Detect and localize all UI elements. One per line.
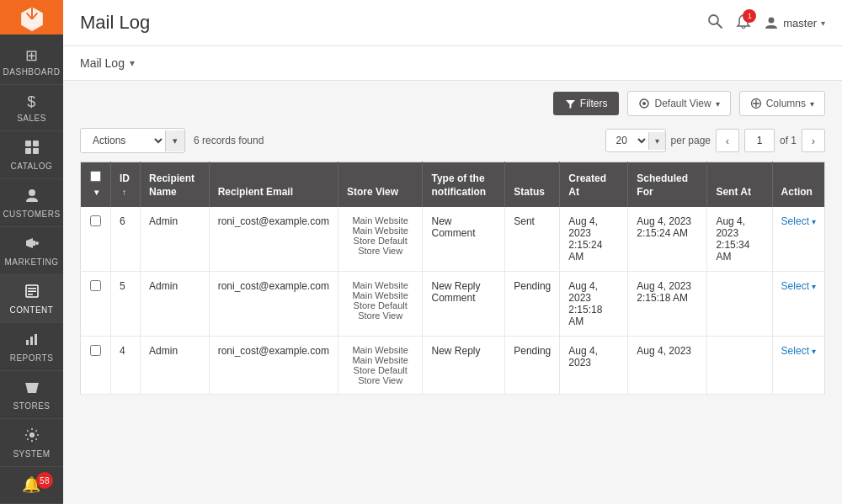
sidebar-logo[interactable] — [0, 0, 63, 34]
svg-point-4 — [29, 189, 35, 196]
svg-rect-14 — [30, 388, 34, 393]
action-arrow-icon: ▾ — [812, 217, 816, 226]
th-check: ▾ — [81, 162, 111, 208]
sidebar-item-label: CATALOG — [11, 162, 53, 172]
actions-left: Actions ▾ 6 records found — [80, 128, 264, 153]
actions-dropdown-arrow[interactable]: ▾ — [165, 130, 184, 151]
columns-button[interactable]: Columns ▾ — [739, 91, 825, 116]
th-notification-type: Type of the notification — [423, 162, 505, 208]
actions-dropdown[interactable]: Actions — [81, 129, 165, 152]
row-checkbox[interactable] — [90, 345, 101, 356]
sidebar-item-content[interactable]: CONTENT — [0, 275, 63, 323]
filters-button[interactable]: Filters — [553, 92, 620, 115]
breadcrumb-label: Mail Log — [80, 56, 125, 70]
table-body: 6 Admin roni_cost@example.com Main Websi… — [81, 207, 825, 395]
action-select-button[interactable]: Select ▾ — [781, 345, 816, 357]
svg-point-18 — [769, 18, 775, 24]
sidebar-item-sales[interactable]: $ SALES — [0, 85, 63, 131]
th-recipient-name: Recipient Name — [141, 162, 210, 208]
sort-icon[interactable]: ↑ — [122, 188, 126, 197]
actions-select[interactable]: Actions ▾ — [80, 128, 185, 153]
sidebar-item-catalog[interactable]: CATALOG — [0, 131, 63, 179]
per-page-dropdown[interactable]: 20 — [606, 130, 648, 151]
sidebar-item-notifications[interactable]: 58 🔔 — [0, 467, 63, 504]
td-scheduled-for: Aug 4, 2023 2:15:24 AM — [628, 207, 707, 272]
sidebar-item-label: SYSTEM — [13, 449, 50, 459]
td-status: Pending — [505, 337, 560, 395]
table-wrapper: ▾ ID ↑ Recipient Name Recipient Email St… — [63, 162, 842, 411]
td-recipient-name: Admin — [141, 337, 210, 395]
check-arrow[interactable]: ▾ — [94, 188, 99, 197]
td-check — [81, 337, 111, 395]
svg-rect-5 — [33, 241, 35, 246]
sidebar-item-stores[interactable]: STORES — [0, 371, 63, 419]
td-id: 4 — [111, 337, 141, 395]
notif-count: 1 — [743, 9, 756, 23]
per-page-label: per page — [671, 135, 711, 146]
header-right: 1 master ▾ — [706, 13, 825, 34]
sidebar: ⊞ DASHBOARD $ SALES CATALOG CUSTOMERS — [0, 0, 63, 504]
user-menu[interactable]: master ▾ — [764, 15, 825, 30]
action-select-button[interactable]: Select ▾ — [781, 280, 816, 292]
th-created-at: Created At — [560, 162, 628, 208]
columns-arrow-icon: ▾ — [810, 99, 814, 109]
page-prev-button[interactable]: ‹ — [716, 129, 739, 152]
sidebar-item-reports[interactable]: REPORTS — [0, 323, 63, 371]
sidebar-item-system[interactable]: SYSTEM — [0, 419, 63, 467]
view-button[interactable]: Default View ▾ — [627, 91, 730, 116]
per-page-select[interactable]: 20 ▾ — [605, 129, 666, 152]
td-check — [81, 272, 111, 337]
sidebar-item-label: MARKETING — [5, 257, 59, 268]
search-icon[interactable] — [706, 13, 723, 34]
td-created-at: Aug 4, 2023 2:15:24 AM — [560, 207, 628, 272]
sidebar-item-dashboard[interactable]: ⊞ DASHBOARD — [0, 38, 63, 85]
notification-bell[interactable]: 1 — [735, 13, 752, 33]
td-sent-at: Aug 4, 2023 2:15:34 AM — [707, 207, 772, 272]
svg-rect-1 — [33, 141, 39, 146]
svg-rect-3 — [33, 148, 39, 154]
top-header: Mail Log 1 master — [63, 0, 842, 46]
page-input[interactable] — [744, 129, 775, 152]
select-all-checkbox[interactable] — [90, 171, 101, 182]
catalog-icon — [24, 140, 40, 159]
td-recipient-email: roni_cost@example.com — [209, 337, 338, 395]
system-icon — [24, 427, 40, 447]
actions-row: Actions ▾ 6 records found 20 ▾ per page … — [63, 123, 842, 162]
th-recipient-email: Recipient Email — [209, 162, 338, 208]
svg-rect-13 — [35, 334, 37, 345]
th-sent-at: Sent At — [707, 162, 772, 208]
customers-icon — [24, 188, 40, 207]
sales-icon: $ — [27, 93, 36, 111]
td-created-at: Aug 4, 2023 2:15:18 AM — [560, 272, 628, 337]
marketing-icon — [24, 236, 40, 255]
content-icon — [24, 284, 40, 303]
breadcrumb-bar: Mail Log ▾ — [63, 46, 842, 81]
row-checkbox[interactable] — [90, 215, 101, 226]
filters-label: Filters — [580, 98, 608, 109]
svg-line-17 — [717, 24, 722, 28]
td-notification-type: New Reply — [423, 337, 505, 395]
per-page-arrow[interactable]: ▾ — [648, 132, 665, 150]
breadcrumb-dropdown[interactable]: ▾ — [130, 57, 135, 69]
action-arrow-icon: ▾ — [812, 347, 816, 356]
svg-rect-8 — [28, 288, 36, 289]
sidebar-item-customers[interactable]: CUSTOMERS — [0, 179, 63, 227]
td-sent-at — [707, 272, 772, 337]
row-checkbox[interactable] — [90, 280, 101, 291]
td-notification-type: New Comment — [423, 207, 505, 272]
records-count: 6 records found — [194, 135, 264, 146]
td-check — [81, 207, 111, 272]
dashboard-icon: ⊞ — [25, 46, 39, 65]
page-next-button[interactable]: › — [802, 129, 825, 152]
th-scheduled-for: Scheduled For — [628, 162, 707, 208]
td-status: Pending — [505, 272, 560, 337]
td-store-view: Main Website Main Website Store Default … — [338, 207, 423, 272]
action-select-button[interactable]: Select ▾ — [781, 215, 816, 227]
main-content: Mail Log 1 master — [63, 0, 842, 504]
td-recipient-email: roni_cost@example.com — [209, 272, 338, 337]
td-action: Select ▾ — [772, 337, 824, 395]
th-status: Status — [505, 162, 560, 208]
user-name: master — [783, 17, 817, 29]
sidebar-item-marketing[interactable]: MARKETING — [0, 227, 63, 275]
action-arrow-icon: ▾ — [812, 282, 816, 291]
